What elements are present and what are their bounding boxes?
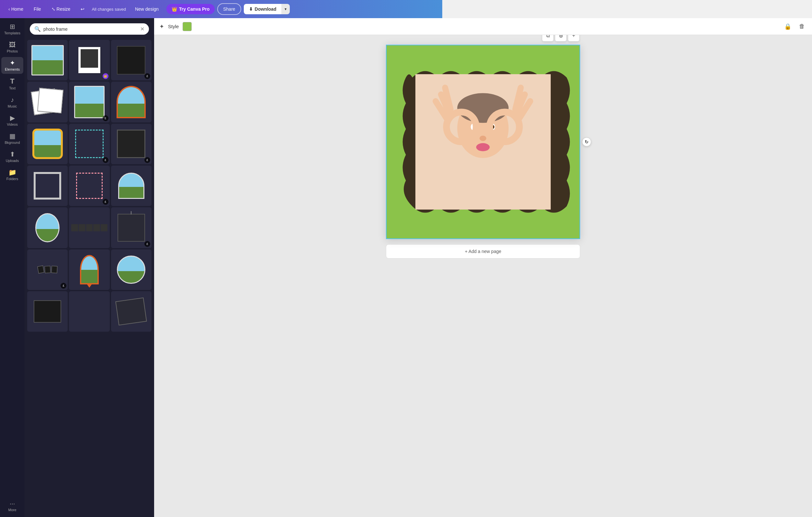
frame-landscape-preview — [31, 45, 64, 76]
sidebar-item-photos[interactable]: 🖼 Photos — [1, 39, 23, 56]
person-illustration — [415, 74, 442, 209]
frame-dotted-pink-preview — [76, 173, 102, 199]
download-dropdown-button[interactable]: ▾ — [281, 4, 290, 14]
nav-left: ‹ Home File ⤡ Resize ↩ All changes saved — [5, 4, 126, 13]
frame-item[interactable] — [69, 249, 110, 290]
elements-icon: ✦ — [10, 60, 15, 66]
sidebar-item-folders[interactable]: 📁 Folders — [1, 166, 23, 183]
frame-badge-paid: £ — [144, 73, 150, 79]
frame-pin-map-preview — [80, 255, 99, 284]
sidebar-item-label: Text — [9, 86, 16, 90]
chevron-left-icon: ‹ — [8, 6, 10, 12]
undo-icon: ↩ — [81, 6, 85, 12]
frame-item[interactable]: £ — [111, 40, 151, 80]
file-button[interactable]: File — [30, 4, 45, 13]
sidebar-item-text[interactable]: T Text — [1, 75, 23, 93]
color-swatch[interactable] — [183, 22, 192, 31]
add-page-button[interactable]: + Add a new page — [386, 244, 442, 258]
frame-item[interactable] — [111, 249, 151, 290]
frame-item[interactable] — [27, 207, 68, 248]
frame-hanger-preview — [118, 214, 145, 241]
templates-icon: ⊞ — [10, 23, 15, 30]
frame-gold-preview — [32, 129, 63, 159]
frames-grid: 👑 £ £ £ £ — [25, 40, 154, 290]
sidebar-item-label: Folders — [6, 177, 19, 181]
sidebar-item-uploads[interactable]: ⬆ Uploads — [1, 148, 23, 165]
frame-black-sq-preview — [117, 46, 145, 75]
style-toolbar: ✦ Style 🔒 🗑 — [154, 18, 442, 35]
text-icon: T — [10, 78, 14, 85]
resize-icon: ⤡ — [52, 6, 55, 12]
canvas-wrapper: ⧉ ⊕ + ↻ + Add a new page — [154, 35, 442, 290]
download-button[interactable]: ⬇ Download — [244, 4, 282, 14]
chevron-down-icon: ▾ — [285, 7, 287, 11]
try-pro-button[interactable]: 👑 Try Canva Pro — [167, 4, 215, 14]
frame-dotted-preview — [75, 130, 104, 158]
file-label: File — [34, 6, 41, 12]
frame-item[interactable]: 👑 — [69, 40, 110, 80]
frame-item[interactable] — [27, 82, 68, 122]
frame-item[interactable] — [27, 166, 68, 206]
sidebar-item-label: Elements — [5, 67, 20, 71]
frame-item[interactable] — [111, 166, 151, 206]
folders-icon: 📁 — [8, 169, 17, 175]
frame-item[interactable] — [27, 40, 68, 80]
sidebar-item-elements[interactable]: ✦ Elements — [1, 57, 23, 74]
style-magic-icon: ✦ — [159, 23, 164, 30]
frame-item[interactable]: £ — [69, 166, 110, 206]
frame-item[interactable]: £ — [111, 207, 151, 248]
frame-orange-circle-preview — [117, 86, 146, 118]
frame-half-circle-preview — [118, 173, 144, 199]
frame-stack-preview — [32, 89, 63, 115]
resize-label: Resize — [57, 6, 70, 12]
frame-item[interactable]: £ — [111, 124, 151, 164]
home-button[interactable]: ‹ Home — [5, 4, 27, 13]
elements-panel: 🔍 ✕ 👑 £ £ — [25, 18, 154, 290]
resize-button[interactable]: ⤡ Resize — [48, 4, 74, 13]
sidebar-item-label: Templates — [4, 31, 20, 35]
new-design-button[interactable]: New design — [130, 4, 164, 14]
download-group: ⬇ Download ▾ — [244, 4, 290, 14]
frame-item[interactable] — [69, 207, 110, 248]
frame-pano-preview — [71, 224, 108, 231]
frame-badge-paid: £ — [103, 115, 109, 121]
frame-item[interactable] — [111, 82, 151, 122]
frame-polaroid-preview — [78, 47, 101, 73]
frame-circle-landscape-preview — [117, 255, 145, 284]
frame-item[interactable] — [27, 124, 68, 164]
saved-status: All changes saved — [92, 7, 126, 12]
main-area: ✦ Style 🔒 🗑 — [154, 18, 442, 290]
frame-badge-paid: £ — [103, 157, 109, 163]
share-button[interactable]: Share — [217, 3, 241, 15]
sidebar-item-background[interactable]: ▦ Bkground — [1, 130, 23, 147]
sidebar-item-templates[interactable]: ⊞ Templates — [1, 21, 23, 37]
videos-icon: ▶ — [10, 115, 15, 121]
sidebar-item-label: Videos — [7, 123, 18, 126]
sidebar: ⊞ Templates 🖼 Photos ✦ Elements T Text ♪… — [0, 18, 25, 290]
download-icon: ⬇ — [249, 6, 253, 12]
frame-square-preview — [34, 172, 61, 199]
music-icon: ♪ — [11, 97, 14, 103]
sidebar-item-videos[interactable]: ▶ Videos — [1, 112, 23, 129]
sidebar-item-label: Photos — [7, 49, 18, 53]
frame-multi-photo-preview — [38, 266, 57, 273]
frame-badge-paid: £ — [144, 241, 150, 247]
frame-landscape2-preview — [74, 86, 105, 118]
navbar: ‹ Home File ⤡ Resize ↩ All changes saved… — [0, 0, 442, 18]
frame-item[interactable]: £ — [27, 249, 68, 290]
sidebar-item-music[interactable]: ♪ Music — [1, 94, 23, 111]
search-input[interactable] — [44, 27, 138, 32]
frame-badge-paid: £ — [61, 283, 66, 289]
uploads-icon: ⬆ — [10, 151, 15, 158]
search-bar: 🔍 ✕ — [25, 18, 154, 40]
undo-button[interactable]: ↩ — [77, 4, 88, 13]
search-input-wrap: 🔍 ✕ — [30, 23, 149, 35]
frame-dark-sq-preview — [117, 130, 145, 158]
frame-item[interactable]: £ — [69, 124, 110, 164]
photos-icon: 🖼 — [9, 42, 16, 48]
design-canvas[interactable]: ⧉ ⊕ + ↻ — [386, 45, 442, 239]
frame-item[interactable]: £ — [69, 82, 110, 122]
clear-icon[interactable]: ✕ — [140, 26, 144, 32]
background-icon: ▦ — [9, 133, 16, 139]
frame-badge-paid: £ — [103, 199, 109, 205]
